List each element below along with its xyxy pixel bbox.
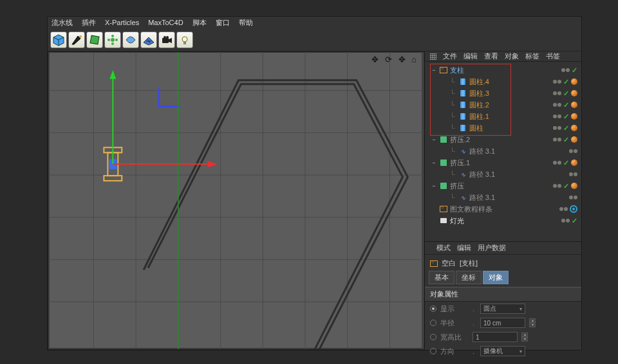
material-tag-icon[interactable] bbox=[571, 102, 577, 108]
material-tag-icon[interactable] bbox=[571, 113, 577, 120]
expander-icon[interactable]: − bbox=[431, 183, 437, 189]
visibility-dots-icon[interactable] bbox=[553, 138, 561, 141]
menu-item[interactable]: 脚本 bbox=[192, 18, 207, 28]
viewport-controls[interactable]: ✥ ⟳ ✥ ⌂ bbox=[371, 55, 418, 64]
visibility-dots-icon[interactable] bbox=[553, 161, 561, 165]
object-label[interactable]: 支柱 bbox=[450, 66, 464, 75]
object-label[interactable]: 圆柱 bbox=[469, 123, 483, 133]
orient-dropdown[interactable]: 摄像机▾ bbox=[480, 346, 525, 356]
visibility-dots-icon[interactable] bbox=[569, 149, 577, 153]
object-label[interactable]: 圆柱.2 bbox=[469, 100, 489, 110]
tree-row[interactable]: └∿路径 3.1 bbox=[427, 192, 581, 203]
object-label[interactable]: 挤压.2 bbox=[450, 135, 470, 145]
material-tag-icon[interactable] bbox=[571, 78, 577, 85]
tree-row[interactable]: └∿路径 3.1 bbox=[427, 168, 581, 180]
radius-input[interactable]: 10 cm bbox=[480, 318, 525, 328]
visibility-dots-icon[interactable] bbox=[553, 184, 561, 188]
menu-item[interactable]: X-Particles bbox=[105, 19, 139, 26]
material-tag-icon[interactable] bbox=[571, 159, 577, 166]
material-tag-icon[interactable] bbox=[571, 136, 577, 143]
array-tool-icon[interactable] bbox=[104, 32, 121, 48]
om-tab[interactable]: 文件 bbox=[443, 51, 457, 61]
display-dropdown[interactable]: 圆点▾ bbox=[480, 304, 525, 314]
om-tab[interactable]: 编辑 bbox=[464, 51, 478, 61]
visibility-dots-icon[interactable] bbox=[553, 114, 561, 118]
tree-row[interactable]: └圆柱.1✓ bbox=[427, 111, 581, 122]
target-tag-icon[interactable] bbox=[570, 205, 577, 213]
material-tag-icon[interactable] bbox=[571, 183, 577, 189]
object-label[interactable]: 路径 3.1 bbox=[469, 170, 495, 179]
visibility-dots-icon[interactable] bbox=[553, 126, 561, 130]
object-label[interactable]: 路径 3.1 bbox=[469, 147, 495, 156]
om-tab[interactable]: 书签 bbox=[546, 51, 560, 61]
visibility-dots-icon[interactable] bbox=[561, 68, 570, 72]
om-tab[interactable]: 对象 bbox=[505, 51, 519, 61]
expander-icon[interactable]: − bbox=[431, 67, 437, 73]
tab-object[interactable]: 对象 bbox=[483, 271, 509, 284]
visibility-dots-icon[interactable] bbox=[569, 172, 577, 176]
om-tab[interactable]: 标签 bbox=[525, 51, 539, 61]
object-label[interactable]: 灯光 bbox=[450, 216, 464, 226]
cube-tool-icon[interactable] bbox=[50, 32, 67, 48]
enable-check-icon[interactable]: ✓ bbox=[572, 66, 577, 75]
menu-item[interactable]: 帮助 bbox=[239, 18, 253, 28]
camera-tool-icon[interactable] bbox=[158, 32, 175, 48]
enable-check-icon[interactable]: ✓ bbox=[563, 124, 569, 132]
stepper[interactable]: ▴▾ bbox=[529, 318, 536, 327]
attr-tab[interactable]: 模式 bbox=[436, 243, 451, 253]
stepper[interactable]: ▴▾ bbox=[521, 332, 528, 341]
visibility-dots-icon[interactable] bbox=[559, 207, 568, 211]
enable-check-icon[interactable]: ✓ bbox=[563, 182, 569, 190]
attr-tab[interactable]: 用户数据 bbox=[478, 243, 506, 253]
object-label[interactable]: 圆柱.4 bbox=[469, 77, 489, 87]
tree-row[interactable]: −挤压.1✓ bbox=[427, 157, 581, 168]
radio-icon[interactable] bbox=[430, 348, 436, 354]
menu-item[interactable]: MaxToC4D bbox=[148, 19, 183, 26]
radio-icon[interactable] bbox=[430, 320, 436, 326]
object-label[interactable]: 挤压.1 bbox=[450, 158, 470, 168]
object-label[interactable]: 圆柱.1 bbox=[469, 112, 489, 122]
ratio-input[interactable]: 1 bbox=[473, 332, 518, 342]
tab-coord[interactable]: 坐标 bbox=[456, 271, 482, 284]
floor-tool-icon[interactable] bbox=[140, 32, 157, 48]
light-tool-icon[interactable] bbox=[176, 32, 193, 48]
tree-row[interactable]: −挤压✓ bbox=[427, 180, 581, 192]
visibility-dots-icon[interactable] bbox=[553, 80, 561, 84]
enable-check-icon[interactable]: ✓ bbox=[563, 89, 569, 98]
enable-check-icon[interactable]: ✓ bbox=[563, 113, 569, 121]
tab-basic[interactable]: 基本 bbox=[429, 271, 454, 284]
tree-row[interactable]: └圆柱✓ bbox=[427, 122, 581, 134]
tree-row[interactable]: 灯光✓ bbox=[427, 215, 581, 226]
viewport[interactable]: ✥ ⟳ ✥ ⌂ bbox=[48, 51, 424, 350]
visibility-dots-icon[interactable] bbox=[569, 196, 577, 199]
om-tab[interactable]: 查看 bbox=[484, 51, 498, 61]
enable-check-icon[interactable]: ✓ bbox=[563, 136, 569, 144]
object-label[interactable]: 圆柱.3 bbox=[469, 89, 489, 98]
tree-row[interactable]: −支柱✓ bbox=[427, 64, 581, 76]
tree-row[interactable]: −挤压.2✓ bbox=[427, 134, 581, 145]
object-label[interactable]: 挤压 bbox=[450, 181, 464, 191]
visibility-dots-icon[interactable] bbox=[553, 103, 561, 107]
menu-item[interactable]: 插件 bbox=[82, 18, 96, 28]
expander-icon[interactable]: − bbox=[431, 159, 437, 166]
pen-tool-icon[interactable] bbox=[68, 32, 85, 48]
tree-row[interactable]: └圆柱.4✓ bbox=[427, 76, 581, 87]
menu-item[interactable]: 窗口 bbox=[216, 18, 230, 28]
nurbs-tool-icon[interactable] bbox=[86, 32, 103, 48]
enable-check-icon[interactable]: ✓ bbox=[563, 159, 569, 167]
tree-row[interactable]: └圆柱.3✓ bbox=[427, 87, 581, 99]
attr-tab[interactable]: 编辑 bbox=[457, 243, 471, 253]
expander-icon[interactable]: − bbox=[431, 136, 437, 143]
enable-check-icon[interactable]: ✓ bbox=[572, 217, 577, 225]
menu-item[interactable]: 流水线 bbox=[52, 18, 73, 28]
object-label[interactable]: 图文教程样条 bbox=[450, 205, 492, 214]
radio-icon[interactable] bbox=[430, 305, 436, 312]
tree-row[interactable]: └圆柱.2✓ bbox=[427, 99, 581, 111]
enable-check-icon[interactable]: ✓ bbox=[563, 78, 569, 86]
deformer-tool-icon[interactable] bbox=[122, 32, 139, 48]
object-label[interactable]: 路径 3.1 bbox=[469, 193, 495, 203]
visibility-dots-icon[interactable] bbox=[561, 219, 570, 223]
object-tree[interactable]: −支柱✓└圆柱.4✓└圆柱.3✓└圆柱.2✓└圆柱.1✓└圆柱✓−挤压.2✓└∿… bbox=[425, 62, 581, 242]
radio-icon[interactable] bbox=[430, 334, 436, 340]
material-tag-icon[interactable] bbox=[571, 125, 577, 131]
